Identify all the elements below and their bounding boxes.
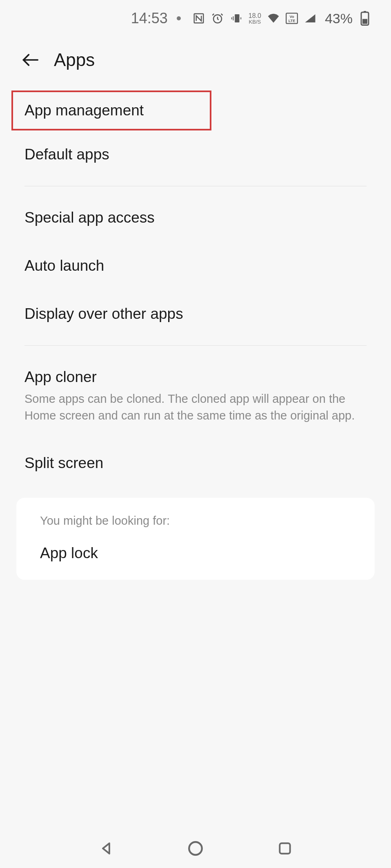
menu-item-special-app-access[interactable]: Special app access (24, 194, 367, 242)
divider (24, 186, 367, 186)
menu-item-app-management[interactable]: App management (11, 91, 211, 130)
nav-home-icon[interactable] (186, 839, 205, 858)
nav-recents-icon[interactable] (275, 839, 295, 858)
battery-icon (358, 12, 371, 25)
page-title: Apps (54, 50, 95, 70)
battery-percentage: 43% (325, 11, 353, 27)
svg-marker-10 (103, 843, 109, 853)
menu-item-default-apps[interactable]: Default apps (24, 130, 367, 179)
vibrate-icon (230, 12, 243, 25)
signal-icon (304, 12, 317, 25)
menu-item-subtitle: Some apps can be cloned. The cloned app … (24, 391, 367, 424)
volte-icon: Vo LTE (286, 12, 298, 25)
svg-rect-12 (280, 843, 290, 853)
alarm-icon (211, 12, 224, 25)
menu-item-label: App management (24, 102, 210, 119)
svg-text:Vo: Vo (289, 15, 294, 19)
net-speed-unit: KB/S (249, 19, 261, 24)
divider (24, 345, 367, 346)
svg-text:LTE: LTE (289, 19, 295, 23)
navigation-bar (0, 839, 391, 858)
nfc-icon (192, 12, 205, 25)
menu-item-display-over-other-apps[interactable]: Display over other apps (24, 290, 367, 338)
wifi-icon (267, 12, 280, 25)
menu-item-label: App cloner (24, 369, 367, 386)
status-bar: 14:53 18.0 KB/S Vo LTE (0, 0, 391, 27)
net-speed-indicator: 18.0 KB/S (249, 13, 261, 24)
svg-rect-8 (362, 19, 367, 24)
svg-point-11 (189, 842, 202, 855)
menu-item-label: Display over other apps (24, 305, 367, 322)
status-time: 14:53 (131, 10, 168, 27)
menu-item-label: Auto launch (24, 257, 367, 274)
svg-rect-7 (364, 11, 366, 12)
menu-item-label: Special app access (24, 209, 367, 226)
menu-item-label: Default apps (24, 146, 367, 163)
menu-item-app-cloner[interactable]: App cloner Some apps can be cloned. The … (24, 353, 367, 439)
suggestion-header: You might be looking for: (40, 514, 351, 528)
nav-back-icon[interactable] (96, 839, 116, 858)
suggestion-card: You might be looking for: App lock (16, 498, 375, 580)
status-dot (177, 16, 181, 20)
menu-item-auto-launch[interactable]: Auto launch (24, 242, 367, 290)
header: Apps (0, 27, 391, 82)
svg-rect-2 (235, 14, 239, 22)
menu-item-label: Split screen (24, 455, 367, 472)
back-arrow-icon[interactable] (21, 51, 39, 69)
net-speed-value: 18.0 (249, 13, 261, 19)
menu-item-split-screen[interactable]: Split screen (24, 439, 367, 487)
suggestion-item-app-lock[interactable]: App lock (40, 545, 351, 562)
